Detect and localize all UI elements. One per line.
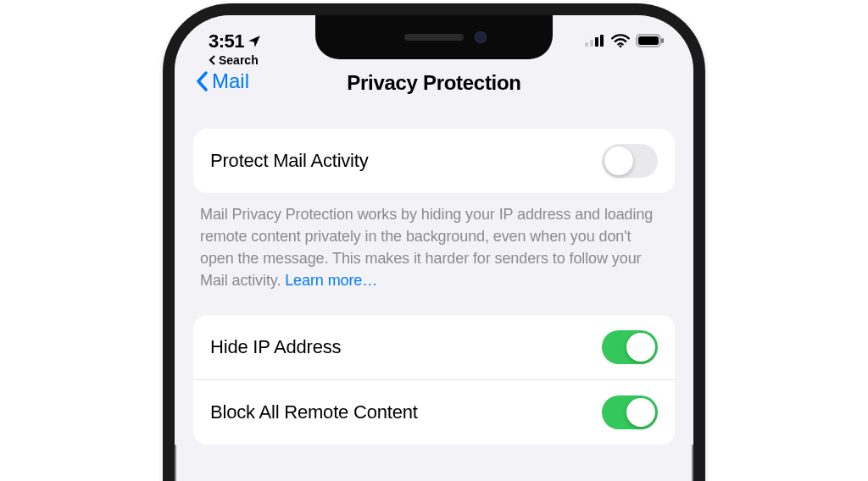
status-time: 3:51 [209, 30, 244, 53]
row-hide-ip-address[interactable]: Hide IP Address [193, 315, 675, 379]
screen: 3:51 Search [175, 15, 693, 445]
footer-description: Mail Privacy Protection works by hiding … [200, 206, 653, 289]
row-protect-mail-activity[interactable]: Protect Mail Activity [193, 129, 675, 193]
svg-rect-2 [595, 37, 598, 47]
back-button[interactable]: Mail [195, 69, 249, 93]
device-notch [315, 15, 553, 59]
front-camera [475, 31, 487, 43]
svg-point-4 [620, 45, 622, 47]
back-label: Mail [212, 69, 249, 93]
toggle-knob [626, 398, 655, 427]
nav-bar: Mail Privacy Protection [175, 61, 693, 110]
row-label: Hide IP Address [210, 336, 341, 358]
page-title: Privacy Protection [347, 71, 520, 95]
row-label: Block All Remote Content [210, 401, 418, 423]
speaker-grille [404, 34, 464, 41]
wifi-icon [610, 34, 631, 51]
chevron-left-icon [195, 71, 209, 91]
battery-icon [636, 34, 665, 51]
cellular-icon [585, 34, 605, 51]
toggle-hide-ip-address[interactable] [602, 330, 658, 364]
row-block-all-remote-content[interactable]: Block All Remote Content [193, 379, 675, 445]
group-footer-protect-mail: Mail Privacy Protection works by hiding … [175, 193, 693, 291]
location-icon [247, 34, 262, 49]
toggle-knob [626, 333, 655, 362]
svg-rect-6 [638, 36, 659, 45]
svg-rect-3 [600, 35, 604, 47]
toggle-protect-mail-activity[interactable] [602, 144, 658, 178]
row-label: Protect Mail Activity [210, 150, 369, 172]
svg-rect-7 [661, 38, 664, 43]
group-additional-privacy: Hide IP Address Block All Remote Content [193, 315, 675, 445]
iphone-frame: 3:51 Search [163, 3, 705, 481]
learn-more-link[interactable]: Learn more… [285, 272, 377, 289]
svg-rect-0 [585, 42, 588, 47]
toggle-block-all-remote-content[interactable] [602, 395, 658, 429]
svg-rect-1 [590, 40, 593, 47]
group-protect-mail: Protect Mail Activity [193, 129, 675, 193]
toggle-knob [604, 147, 633, 175]
